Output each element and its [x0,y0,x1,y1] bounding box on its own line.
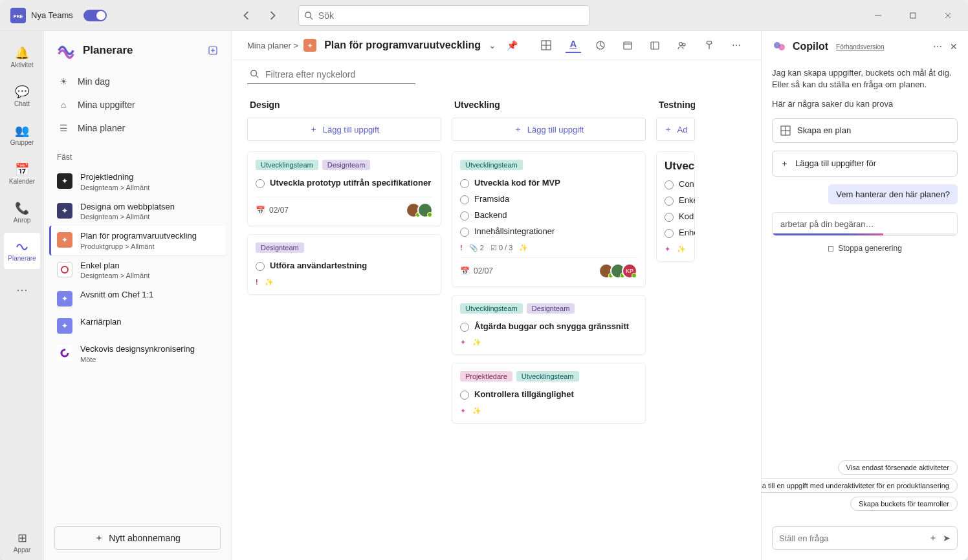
new-subscription-button[interactable]: ＋ Nytt abonnemang [54,526,221,550]
card-tags: UtvecklingsteamDesignteam [460,303,637,314]
task-checkbox[interactable] [460,323,469,332]
task-card[interactable]: UtvecklingsteamDesignteamÅtgärda buggar … [452,295,646,356]
add-task-label: Lägg till uppgift [527,125,584,135]
sidebar-plan-item[interactable]: Veckovis designsynkroniseringMöte [49,339,226,369]
nav-forward-icon[interactable] [262,5,283,26]
stop-generating-button[interactable]: ◻ Stoppa generering [772,244,958,253]
nav-my-day[interactable]: ☀ Min dag [49,70,226,93]
chip-buckets[interactable]: Skapa buckets för teamroller [850,497,958,511]
plan-subtitle: Möte [80,356,195,363]
global-search[interactable] [298,5,589,26]
avatar [417,202,433,218]
rail-apps[interactable]: ⊞ Appar [4,524,40,560]
nav-back-icon[interactable] [236,5,257,26]
copilot-close-icon[interactable]: ✕ [950,41,958,52]
minimize-icon[interactable] [863,5,893,26]
rail-activity[interactable]: 🔔 Aktivitet [4,39,40,75]
task-row[interactable]: Framsida [460,191,637,208]
chip-delayed[interactable]: Visa endast försenade aktiviteter [838,460,958,475]
preview-toggle[interactable] [83,10,107,21]
maximize-icon[interactable] [898,5,928,26]
goals-view-icon[interactable] [701,38,717,53]
nav-my-tasks[interactable]: ⌂ Mina uppgifter [49,93,226,116]
task-title: Innehållsintegrationer [474,226,555,237]
task-row[interactable]: Utföra användartestning [256,258,433,274]
ai-icon: ✦ [460,338,466,347]
tag: Utvecklingsteam [460,160,523,170]
preview-badge[interactable]: Förhandsversion [836,43,884,50]
task-checkbox[interactable] [665,180,674,189]
svg-point-10 [61,350,68,356]
task-row[interactable]: Kontrollera tillgänglighet [460,387,637,403]
task-checkbox[interactable] [256,179,265,188]
close-icon[interactable] [933,5,963,26]
sidebar-plan-item[interactable]: Enkel planDesignteam > Allmänt [49,255,226,285]
task-row[interactable]: Kod [665,209,687,225]
rail-teams[interactable]: 👥 Grupper [4,116,40,153]
nav-my-plans[interactable]: ☰ Mina planer [49,116,226,140]
chip-subtasks[interactable]: Lägga till en uppgift med underaktivitet… [762,479,958,493]
task-card[interactable]: DesignteamUtföra användartestning!✨ [247,234,441,295]
nav-label: Mina planer [78,123,125,133]
task-row[interactable]: Enkel [665,193,687,209]
rail-planner[interactable]: Planerare [4,233,40,269]
suggest-add-tasks[interactable]: ＋ Lägga till uppgifter för [772,151,958,177]
people-icon: 👥 [15,124,29,138]
people-view-icon[interactable] [674,38,690,53]
task-checkbox[interactable] [665,197,674,206]
more-views-icon[interactable]: ⋯ [729,38,744,53]
task-row[interactable]: Con [665,177,687,193]
task-checkbox[interactable] [460,195,469,204]
search-input[interactable] [318,10,584,21]
board-view-icon[interactable]: A [566,38,581,53]
add-icon[interactable]: ＋ [929,532,938,544]
copilot-more-icon[interactable]: ⋯ [933,41,942,52]
rail-more[interactable]: ⋯ [4,272,40,308]
rail-calls[interactable]: 📞 Anrop [4,194,40,230]
send-icon[interactable]: ➤ [943,533,951,543]
task-row[interactable]: Innehållsintegrationer [460,224,637,240]
rail-calendar[interactable]: 📅 Kalender [4,155,40,191]
filter-input[interactable] [247,65,415,84]
task-card[interactable]: UtvecklingsteamUtveckla kod för MVPFrams… [452,151,646,287]
task-card[interactable]: ProjektledareUtvecklingsteamKontrollera … [452,363,646,424]
nav-label: Mina uppgifter [78,100,135,110]
pin-icon[interactable]: 📌 [507,40,518,50]
timeline-view-icon[interactable] [647,38,663,53]
add-task-button[interactable]: ＋Lägg till uppgift [452,118,646,141]
task-row[interactable]: Backend [460,208,637,224]
rail-chat[interactable]: 💬 Chatt [4,78,40,114]
task-checkbox[interactable] [256,262,265,271]
task-checkbox[interactable] [460,391,469,400]
breadcrumb[interactable]: Mina planer > [247,41,298,50]
sidebar-plan-item[interactable]: ✦ProjektledningDesignteam > Allmänt [49,167,226,197]
chart-view-icon[interactable] [593,38,608,53]
task-checkbox[interactable] [665,213,674,222]
task-checkbox[interactable] [665,229,674,238]
task-row[interactable]: Åtgärda buggar och snygga gränssnitt [460,319,637,335]
assignees[interactable] [406,202,433,218]
task-card[interactable]: Utveckla/ConEnkelKodEnhet✦✨ [656,151,695,262]
add-task-button[interactable]: ＋Ad [656,118,695,141]
task-checkbox[interactable] [460,179,469,188]
chevron-down-icon[interactable]: ⌄ [489,40,496,50]
sidebar-plan-item[interactable]: ✦Plan för programvaruutvecklingProduktgr… [49,226,226,255]
schedule-view-icon[interactable] [620,38,635,53]
add-task-label: Ad [677,125,688,135]
task-row[interactable]: Utveckla prototyp utifrån specifikatione… [256,175,433,191]
assignees[interactable]: KP [599,263,637,279]
add-task-button[interactable]: ＋Lägg till uppgift [247,118,441,141]
sidebar-plan-item[interactable]: ✦Avsnitt om Chef 1:1 [49,285,226,312]
grid-view-icon[interactable] [538,38,554,53]
planner-sidebar: Planerare ☀ Min dag ⌂ Mina uppgifter ☰ M… [44,31,232,560]
task-row[interactable]: Utveckla kod för MVP [460,175,637,191]
suggest-create-plan[interactable]: Skapa en plan [772,118,958,143]
task-row[interactable]: Enhet [665,225,687,241]
task-checkbox[interactable] [460,211,469,221]
copilot-ask-input[interactable] [779,533,923,543]
task-checkbox[interactable] [460,228,469,237]
task-card[interactable]: UtvecklingsteamDesignteamUtveckla protot… [247,151,441,226]
expand-icon[interactable] [208,45,218,56]
sidebar-plan-item[interactable]: ✦Designa om webbplatsenDesignteam > Allm… [49,197,226,226]
sidebar-plan-item[interactable]: ✦Karriärplan [49,312,226,339]
